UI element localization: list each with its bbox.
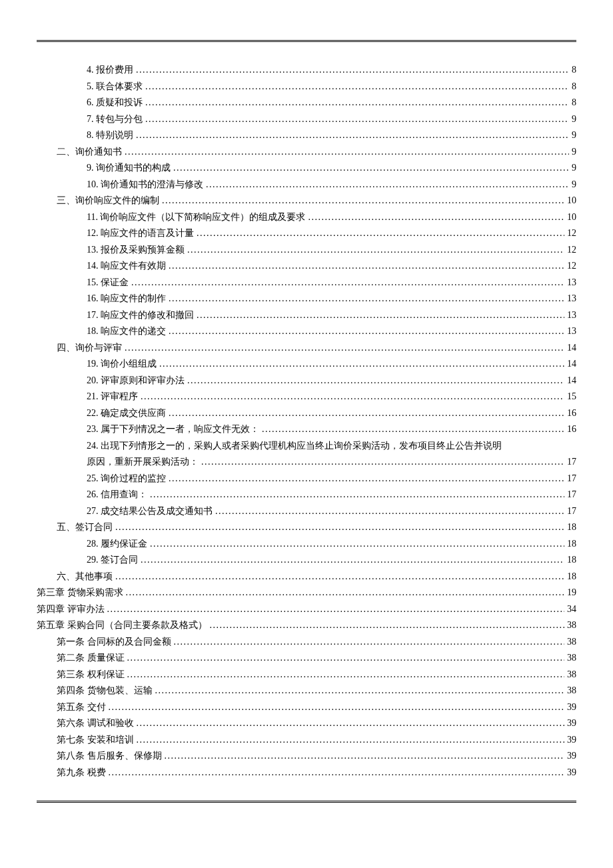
toc-page: 34 [567, 601, 576, 618]
toc-label: 第九条 税费 [57, 765, 106, 781]
toc-page: 18 [567, 552, 576, 569]
toc-entry: 第五章 采购合同（合同主要条款及格式）38 [37, 617, 576, 634]
toc-entry: 第二条 质量保证38 [37, 650, 576, 667]
toc-label: 25. 询价过程的监控 [87, 471, 166, 487]
toc-entry: 25. 询价过程的监控17 [37, 471, 576, 487]
toc-entry: 第四章 评审办法34 [37, 601, 576, 618]
toc-dots [165, 748, 565, 765]
toc-label: 4. 报价费用 [87, 62, 133, 79]
toc-entry: 原因，重新开展采购活动：17 [37, 454, 576, 471]
toc-page: 18 [567, 519, 576, 536]
toc-dots [150, 536, 564, 553]
toc-page: 18 [567, 569, 576, 585]
toc-dots [137, 715, 565, 732]
toc-entry: 21. 评审程序15 [37, 389, 576, 405]
toc-entry: 第八条 售后服务、保修期39 [37, 748, 576, 765]
toc-page: 9 [572, 144, 576, 161]
toc-page: 9 [572, 127, 576, 144]
toc-label: 六、其他事项 [57, 569, 113, 585]
toc-page: 13 [567, 323, 576, 340]
toc-label: 23. 属于下列情况之一者，响应文件无效： [87, 421, 259, 438]
toc-label: 26. 信用查询： [87, 487, 147, 503]
toc-entry: 第九条 税费39 [37, 765, 576, 781]
toc-dots [169, 405, 564, 422]
toc-dots [145, 111, 569, 128]
toc-container: 4. 报价费用85. 联合体要求86. 质疑和投诉87. 转包与分包98. 特别… [37, 62, 576, 781]
toc-entry: 四、询价与评审14 [37, 340, 576, 357]
toc-label: 16. 响应文件的制作 [87, 291, 166, 307]
toc-label: 5. 联合体要求 [87, 79, 143, 95]
toc-dots [174, 634, 565, 651]
toc-dots [127, 667, 565, 683]
toc-dots [145, 79, 569, 95]
toc-entry: 29. 签订合同18 [37, 552, 576, 569]
toc-dots [201, 454, 564, 471]
toc-entry: 第六条 调试和验收39 [37, 715, 576, 732]
toc-label: 17. 响应文件的修改和撤回 [87, 307, 194, 324]
toc-label: 18. 响应文件的递交 [87, 323, 166, 340]
toc-label: 第三条 权利保证 [57, 667, 125, 683]
toc-dots [155, 683, 565, 699]
toc-label: 二、询价通知书 [57, 144, 122, 161]
toc-page: 16 [567, 421, 576, 438]
toc-entry: 第三章 货物采购需求19 [37, 585, 576, 601]
toc-entry: 14. 响应文件有效期12 [37, 258, 576, 275]
toc-page: 8 [572, 79, 576, 95]
toc-entry: 6. 质疑和投诉8 [37, 95, 576, 111]
toc-label: 12. 响应文件的语言及计量 [87, 225, 194, 242]
toc-entry: 第三条 权利保证38 [37, 667, 576, 683]
toc-entry: 15. 保证金13 [37, 275, 576, 291]
toc-page: 17 [567, 487, 576, 503]
toc-label: 第二条 质量保证 [57, 650, 125, 667]
toc-dots [215, 503, 564, 520]
toc-dots [173, 160, 569, 177]
toc-label: 13. 报价及采购预算金额 [87, 242, 185, 259]
toc-entry: 5. 联合体要求8 [37, 79, 576, 95]
toc-page: 39 [567, 699, 576, 716]
toc-label: 7. 转包与分包 [87, 111, 143, 128]
toc-label: 第八条 售后服务、保修期 [57, 748, 162, 765]
toc-label: 第三章 货物采购需求 [37, 585, 123, 601]
toc-dots [210, 617, 565, 634]
toc-entry: 三、询价响应文件的编制10 [37, 193, 576, 209]
toc-dots [145, 95, 569, 111]
toc-entry: 26. 信用查询：17 [37, 487, 576, 503]
toc-label: 15. 保证金 [87, 275, 129, 291]
toc-label: 24. 出现下列情形之一的，采购人或者采购代理机构应当终止询价采购活动，发布项目… [87, 438, 502, 455]
toc-label: 9. 询价通知书的构成 [87, 160, 171, 177]
toc-label: 14. 响应文件有效期 [87, 258, 166, 275]
toc-entry: 9. 询价通知书的构成9 [37, 160, 576, 177]
toc-page: 10 [567, 209, 576, 226]
toc-label: 第四条 货物包装、运输 [57, 683, 153, 699]
toc-page: 38 [567, 617, 576, 634]
toc-dots [115, 519, 564, 536]
toc-dots [187, 373, 564, 389]
toc-page: 13 [567, 275, 576, 291]
toc-label: 11. 询价响应文件（以下简称响应文件）的组成及要求 [87, 209, 305, 226]
toc-page: 17 [567, 503, 576, 520]
toc-page: 38 [567, 634, 576, 651]
toc-entry: 27. 成交结果公告及成交通知书17 [37, 503, 576, 520]
toc-entry: 23. 属于下列情况之一者，响应文件无效：16 [37, 421, 576, 438]
toc-dots [169, 471, 564, 487]
toc-dots [137, 732, 565, 749]
toc-dots [169, 323, 564, 340]
toc-dots [308, 209, 564, 226]
toc-page: 10 [567, 193, 576, 209]
toc-dots [109, 699, 565, 716]
toc-dots [126, 585, 565, 601]
toc-entry: 第一条 合同标的及合同金额38 [37, 634, 576, 651]
toc-page: 17 [567, 471, 576, 487]
toc-dots [197, 307, 564, 324]
toc-page: 12 [567, 258, 576, 275]
toc-entry: 10. 询价通知书的澄清与修改9 [37, 177, 576, 193]
toc-entry: 第五条 交付39 [37, 699, 576, 716]
toc-entry: 16. 响应文件的制作13 [37, 291, 576, 307]
toc-dots [107, 601, 565, 618]
toc-page: 18 [567, 536, 576, 553]
toc-page: 38 [567, 683, 576, 699]
toc-entry: 22. 确定成交供应商16 [37, 405, 576, 422]
toc-dots [169, 291, 564, 307]
toc-entry: 13. 报价及采购预算金额12 [37, 242, 576, 259]
toc-entry: 第七条 安装和培训39 [37, 732, 576, 749]
